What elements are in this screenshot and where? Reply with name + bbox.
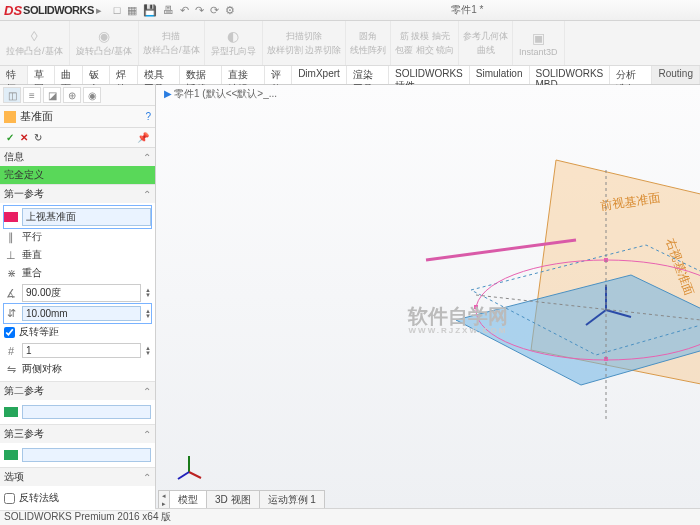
ribbon-cut-group[interactable]: 扫描切除放样切割 边界切除 [263,21,347,65]
count-row: # 1 ▲▼ [4,341,151,360]
logo-text: SOLIDWORKS [23,4,94,16]
angle-row: ∡ 90.00度 ▲▼ [4,282,151,304]
ribbon-fillet-group[interactable]: 圆角线性阵列 [346,21,391,65]
ok-button[interactable]: ✓ [6,132,14,143]
redo-button[interactable]: ↻ [34,132,42,143]
view-triad-icon[interactable] [174,452,204,482]
tab-analysis-prep[interactable]: 分析准备 [610,66,652,84]
app-logo: DS SOLIDWORKS ▸ [0,3,106,18]
plane-icon [4,111,16,123]
angle-icon: ∡ [4,287,18,300]
extrude-icon: ◊ [31,28,38,44]
definition-status: 完全定义 [0,166,155,184]
app-menu-dropdown-icon[interactable]: ▸ [96,4,102,17]
mirror-icon: ⇋ [4,363,18,376]
fm-tab-strip: ◫ ≡ ◪ ⊕ ◉ [0,85,155,106]
second-reference-field-row[interactable] [4,403,151,421]
ribbon-hole-wizard[interactable]: ◐异型孔向导 [205,21,263,65]
distance-spinner[interactable]: ▲▼ [145,309,151,319]
chevron-up-icon: ⌃ [143,189,151,200]
second-reference-field[interactable] [22,405,151,419]
qat-open-icon[interactable]: ▦ [127,4,137,17]
constraint-coincident[interactable]: ⋇重合 [4,264,151,282]
tab-datamigration[interactable]: 数据迁移 [180,66,222,84]
cancel-button[interactable]: ✕ [20,132,28,143]
model-scene: 前视基准面 右视基准面 [416,145,700,445]
coincident-icon: ⋇ [4,267,18,280]
ribbon: ◊拉伸凸台/基体 ◉旋转凸台/基体 扫描放样凸台/基体 ◐异型孔向导 扫描切除放… [0,21,700,66]
tab-moldtools[interactable]: 模具工具 [138,66,180,84]
tab-sketch[interactable]: 草图 [28,66,56,84]
tab-weldments[interactable]: 焊件 [110,66,138,84]
pin-icon[interactable]: 📌 [137,132,149,143]
bottom-tab-model[interactable]: 模型 [169,490,207,508]
ribbon-instant3d[interactable]: ▣Instant3D [513,21,565,65]
tab-sheetmetal[interactable]: 钣金 [83,66,111,84]
qat-new-icon[interactable]: □ [114,4,121,17]
fm-tab-config-icon[interactable]: ◪ [43,87,61,103]
fm-tab-property-icon[interactable]: ≡ [23,87,41,103]
tab-evaluate[interactable]: 评估 [265,66,293,84]
section-options-header[interactable]: 选项⌃ [0,468,155,486]
count-spinner[interactable]: ▲▼ [145,346,151,356]
section-first-ref-header[interactable]: 第一参考⌃ [0,185,155,203]
flip-normal-checkbox[interactable] [4,493,15,504]
third-reference-field[interactable] [22,448,151,462]
tab-directedit[interactable]: 直接编辑 [222,66,264,84]
mirror-row[interactable]: ⇋两侧对称 [4,360,151,378]
qat-redo-icon[interactable]: ↷ [195,4,204,17]
ribbon-reference-group[interactable]: 参考几何体曲线 [459,21,513,65]
breadcrumb[interactable]: ▶零件1 (默认<<默认>_... [164,87,277,101]
tab-mbd[interactable]: SOLIDWORKS MBD [530,66,611,84]
ribbon-rib-group[interactable]: 筋 拔模 抽壳包覆 相交 镜向 [391,21,459,65]
reference-color-icon [4,407,18,417]
angle-spinner[interactable]: ▲▼ [145,288,151,298]
qat-save-icon[interactable]: 💾 [143,4,157,17]
fm-tab-display-icon[interactable]: ◉ [83,87,101,103]
title-bar: DS SOLIDWORKS ▸ □ ▦ 💾 🖶 ↶ ↷ ⟳ ⚙ 零件1 * [0,0,700,21]
chevron-up-icon: ⌃ [143,152,151,163]
tab-routing[interactable]: Routing [652,66,699,84]
perpendicular-icon: ⊥ [4,249,18,262]
pm-title: 基准面 [20,109,143,124]
constraint-perpendicular[interactable]: ⊥垂直 [4,246,151,264]
document-title: 零件1 * [235,3,701,17]
graphics-viewport[interactable]: ▶零件1 (默认<<默认>_... 前视基准面 右视基准面 软件自学网WWW.R… [156,85,700,508]
reference-color-icon [4,212,18,222]
count-input[interactable]: 1 [22,343,141,358]
qat-print-icon[interactable]: 🖶 [163,4,174,17]
distance-input[interactable]: 10.00mm [22,306,141,321]
angle-input[interactable]: 90.00度 [22,284,141,302]
ribbon-revolve-boss[interactable]: ◉旋转凸台/基体 [70,21,140,65]
chevron-up-icon: ⌃ [143,472,151,483]
ribbon-extrude-boss[interactable]: ◊拉伸凸台/基体 [0,21,70,65]
ribbon-sweep[interactable]: 扫描放样凸台/基体 [139,21,205,65]
first-reference-field-row[interactable]: 上视基准面 [4,206,151,228]
fm-tab-dim-icon[interactable]: ⊕ [63,87,81,103]
first-reference-field[interactable]: 上视基准面 [22,208,151,226]
pm-header: 基准面 ? [0,106,155,128]
tab-simulation[interactable]: Simulation [470,66,530,84]
distance-row: ⇵ 10.00mm ▲▼ [4,304,151,323]
tab-features[interactable]: 特征 [0,66,28,84]
pm-controls: ✓ ✕ ↻ 📌 [0,128,155,148]
section-third-ref-header[interactable]: 第三参考⌃ [0,425,155,443]
qat-options-icon[interactable]: ⚙ [225,4,235,17]
bottom-tab-3dview[interactable]: 3D 视图 [206,490,260,508]
parallel-icon: ∥ [4,231,18,244]
qat-rebuild-icon[interactable]: ⟳ [210,4,219,17]
constraint-parallel[interactable]: ∥平行 [4,228,151,246]
section-info-header[interactable]: 信息⌃ [0,148,155,166]
third-reference-field-row[interactable] [4,446,151,464]
section-second-ref-header[interactable]: 第二参考⌃ [0,382,155,400]
bottom-tab-motion[interactable]: 运动算例 1 [259,490,325,508]
qat-undo-icon[interactable]: ↶ [180,4,189,17]
flip-offset-checkbox[interactable] [4,327,15,338]
tab-render[interactable]: 渲染工具 [347,66,389,84]
fm-tab-tree-icon[interactable]: ◫ [3,87,21,103]
feature-manager-panel: ◫ ≡ ◪ ⊕ ◉ 基准面 ? ✓ ✕ ↻ 📌 信息⌃ 完全定义 第一参考⌃ [0,85,156,508]
tab-addins[interactable]: SOLIDWORKS 插件 [389,66,470,84]
tab-dimxpert[interactable]: DimXpert [292,66,347,84]
tab-surfaces[interactable]: 曲面 [55,66,83,84]
help-icon[interactable]: ? [145,111,151,122]
